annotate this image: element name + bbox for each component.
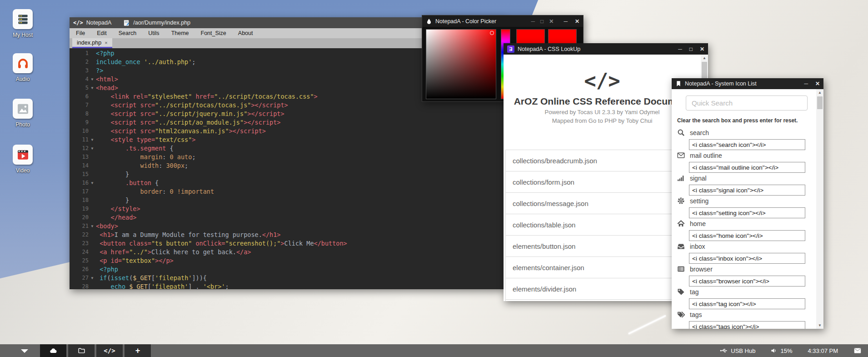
- taskbar-add-button[interactable]: +: [125, 344, 151, 357]
- icon-code-input[interactable]: [689, 253, 805, 264]
- code-line[interactable]: 20 </head>: [70, 213, 504, 222]
- icon-code-input[interactable]: [689, 207, 805, 218]
- maximize-icon-dim[interactable]: □: [540, 16, 544, 27]
- code-line[interactable]: 11▼ <style type="text/css">: [70, 136, 504, 144]
- icon-code-input[interactable]: [689, 185, 805, 196]
- code-line[interactable]: 26 <?php: [70, 265, 504, 274]
- fold-arrow-icon[interactable]: ▼: [89, 222, 96, 231]
- taskbar-code-button[interactable]: </>: [96, 344, 123, 357]
- menu-utils[interactable]: Utils: [148, 30, 159, 36]
- icon-code-input[interactable]: [689, 162, 805, 173]
- tab-close-icon[interactable]: ×: [105, 40, 107, 45]
- desktop-icon-my-host[interactable]: My Host: [6, 9, 39, 38]
- code-line[interactable]: 13 margin: 0 auto;: [70, 153, 504, 161]
- scroll-up-icon[interactable]: ▲: [701, 55, 708, 61]
- usb-status[interactable]: USB Hub: [720, 347, 755, 354]
- menu-file[interactable]: File: [76, 30, 85, 36]
- css-lookup-item[interactable]: collections/form.json: [505, 171, 700, 193]
- css-lookup-subtitle-1: Powered by Tocas UI 2.3.3 by Yami Odymel: [504, 109, 701, 116]
- quick-search-input[interactable]: [686, 96, 808, 111]
- clock[interactable]: 4:33:07 PM: [808, 347, 838, 354]
- css-lookup-item[interactable]: elements/divider.json: [505, 278, 700, 300]
- droplet-icon: [426, 18, 432, 25]
- code-line[interactable]: 22 <h1>I am a Dummy Module for testing p…: [70, 231, 504, 239]
- close-icon-dim[interactable]: ✕: [549, 16, 554, 27]
- css-lookup-item[interactable]: collections/table.json: [505, 214, 700, 236]
- desktop-icon-photo[interactable]: Photo: [6, 99, 39, 128]
- tab-index-php[interactable]: index.php ×: [72, 38, 112, 48]
- css-lookup-item[interactable]: elements/button.json: [505, 235, 700, 257]
- close-icon[interactable]: ✕: [700, 44, 704, 55]
- close-icon[interactable]: ✕: [815, 78, 820, 89]
- code-line[interactable]: 25 <p id="textbox"></p>: [70, 256, 504, 265]
- taskbar-cloud-button[interactable]: [40, 344, 66, 357]
- close-icon[interactable]: ✕: [575, 16, 579, 27]
- icon-code-input[interactable]: [689, 298, 805, 309]
- fold-arrow-icon[interactable]: ▼: [89, 136, 96, 144]
- css-lookup-item[interactable]: collections/message.json: [505, 192, 700, 214]
- code-line[interactable]: 7 <script src="../script/tocas/tocas.js"…: [70, 101, 504, 110]
- fold-arrow-icon[interactable]: ▼: [89, 179, 96, 187]
- maximize-icon[interactable]: □: [689, 44, 693, 55]
- minimize-icon[interactable]: ─: [678, 44, 682, 55]
- code-line[interactable]: 8 <script src="../script/jquery.min.js">…: [70, 110, 504, 118]
- menu-about[interactable]: About: [238, 30, 253, 36]
- fold-arrow-icon[interactable]: ▼: [89, 274, 96, 282]
- code-line[interactable]: 14 width: 300px;: [70, 161, 504, 170]
- taskbar-files-button[interactable]: [68, 344, 95, 357]
- icon-code-input[interactable]: [689, 139, 805, 150]
- code-line[interactable]: 28 echo $_GET['filepath'] . '<br>';: [70, 282, 504, 289]
- icon-code-input[interactable]: [689, 321, 805, 329]
- menu-font_size[interactable]: Font_Size: [201, 30, 226, 36]
- desktop-icon-audio[interactable]: Audio: [6, 53, 39, 82]
- code-line[interactable]: 27▼ if(isset($_GET['filepath'])){: [70, 274, 504, 282]
- css-lookup-titlebar[interactable]: Ǝ NotepadA - CSS LookUp ─ □ ✕: [504, 43, 708, 55]
- code-line[interactable]: 16▼ .button {: [70, 179, 504, 187]
- icon-name-label: home: [690, 220, 706, 227]
- menu-edit[interactable]: Edit: [97, 30, 107, 36]
- fold-gutter: [89, 196, 96, 205]
- color-cursor[interactable]: [490, 31, 494, 35]
- saturation-value-square[interactable]: [426, 29, 496, 99]
- code-line[interactable]: 23 <button class="ts button" onClick="sc…: [70, 239, 504, 248]
- css-lookup-item[interactable]: elements/container.json: [505, 256, 700, 278]
- setting-icon: [677, 197, 685, 206]
- fold-arrow-icon[interactable]: ▼: [89, 84, 96, 92]
- code-text: <h1>I am a Dummy Module for testing purp…: [96, 231, 504, 239]
- desktop-icon-video[interactable]: Video: [6, 145, 39, 174]
- css-lookup-item[interactable]: collections/breadcrumb.json: [505, 150, 700, 171]
- icon-code-input[interactable]: [689, 230, 805, 241]
- code-line[interactable]: 18 }: [70, 196, 504, 205]
- fold-gutter: [89, 66, 96, 75]
- fold-arrow-icon[interactable]: ▼: [89, 144, 96, 153]
- volume-status[interactable]: 15%: [771, 347, 792, 354]
- notification-mail-icon[interactable]: [853, 347, 862, 354]
- code-line[interactable]: 24 <a href="../">Click here to get back.…: [70, 248, 504, 256]
- menu-theme[interactable]: Theme: [171, 30, 189, 36]
- menu-search[interactable]: Search: [119, 30, 137, 36]
- icon-list-scrollbar[interactable]: ▲ ▼: [816, 89, 823, 329]
- icon-code-input[interactable]: [689, 276, 805, 287]
- line-number: 18: [70, 196, 89, 205]
- icon-list-titlebar[interactable]: NotepadA - System Icon List ─ ✕: [672, 78, 823, 89]
- code-line[interactable]: 10 <script src="html2canvas.min.js"></sc…: [70, 127, 504, 136]
- scrollbar-thumb[interactable]: [817, 96, 823, 109]
- scroll-down-icon[interactable]: ▼: [816, 322, 823, 329]
- taskbar-expand-chevron-icon[interactable]: [21, 349, 28, 353]
- minimize-icon[interactable]: ─: [564, 16, 568, 27]
- line-number: 22: [70, 231, 89, 239]
- icon-name-label: signal: [690, 175, 707, 182]
- code-line[interactable]: 17 border: 0 !important: [70, 187, 504, 196]
- minimize-icon-dim[interactable]: ─: [531, 16, 535, 27]
- css-lookup-heading: ArOZ Online CSS Reference Document: [504, 96, 701, 107]
- signal-icon: [677, 174, 685, 184]
- code-line[interactable]: 19 </style>: [70, 205, 504, 213]
- code-line[interactable]: 21▼<body>: [70, 222, 504, 231]
- color-picker-titlebar[interactable]: NotepadA - Color Picker ─ □ ✕ ─ ✕: [422, 15, 583, 27]
- fold-arrow-icon[interactable]: ▼: [89, 75, 96, 84]
- code-line[interactable]: 12▼ .ts.segment {: [70, 144, 504, 153]
- minimize-icon[interactable]: ─: [804, 78, 808, 89]
- scroll-up-icon[interactable]: ▲: [816, 89, 823, 96]
- code-line[interactable]: 15 }: [70, 170, 504, 179]
- code-line[interactable]: 9 <script src="../script/ao_module.js"><…: [70, 118, 504, 127]
